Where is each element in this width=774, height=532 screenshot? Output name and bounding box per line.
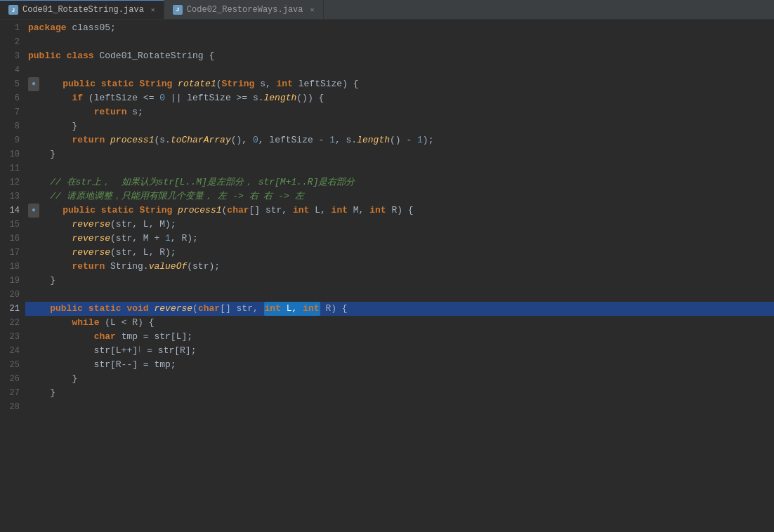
tab-icon-code01: J — [8, 5, 18, 15]
line-num-26: 26 — [6, 372, 20, 386]
line-num-7: 7 — [6, 105, 20, 119]
tab-code02[interactable]: J Code02_RestoreWays.java ✕ — [164, 0, 324, 19]
line-num-16: 16 — [6, 232, 20, 246]
selection-highlight-int-L: int L, int — [264, 302, 320, 316]
code-line-9: return process1(s.toCharArray(), 0, left… — [25, 133, 774, 147]
close-tab-code02[interactable]: ✕ — [310, 6, 315, 14]
line-num-4: 4 — [6, 63, 20, 77]
code-line-10: } — [25, 147, 774, 161]
code-line-5: ● public static String rotate1(String s,… — [25, 77, 774, 91]
code-line-7: return s; — [25, 105, 774, 119]
code-line-18: return String.valueOf(str); — [25, 260, 774, 274]
code-line-8: } — [25, 119, 774, 133]
code-line-1: package class05; — [25, 21, 774, 35]
line-num-20: 20 — [6, 288, 20, 302]
line-num-15: 15 — [6, 218, 20, 232]
line-num-12: 12 — [6, 175, 20, 189]
line-num-17: 17 — [6, 246, 20, 260]
line-num-1: 1 — [6, 21, 20, 35]
line-num-28: 28 — [6, 400, 20, 414]
line-num-18: 18 — [6, 260, 20, 274]
line-num-13: 13 — [6, 189, 20, 204]
code-line-24: str[L++]| = str[R]; — [25, 344, 774, 358]
editor-container: J Code01_RotateString.java ✕ J Code02_Re… — [0, 0, 774, 532]
tab-code01[interactable]: J Code01_RotateString.java ✕ — [0, 0, 164, 19]
line-num-27: 27 — [6, 386, 20, 400]
line-num-5: 5 — [6, 77, 20, 91]
code-line-13: // 请原地调整，只能用有限几个变量， 左 -> 右 右 -> 左 — [25, 189, 774, 204]
line-num-8: 8 — [6, 119, 20, 133]
code-line-26: } — [25, 372, 774, 386]
line-num-3: 3 — [6, 49, 20, 63]
line-num-25: 25 — [6, 358, 20, 372]
tab-label-code01: Code01_RotateString.java — [22, 5, 144, 15]
close-tab-code01[interactable]: ✕ — [151, 6, 155, 14]
code-line-12: // 在str上， 如果认为str[L..M]是左部分， str[M+1..R]… — [25, 175, 774, 189]
code-line-25: str[R--] = tmp; — [25, 358, 774, 372]
code-line-28 — [25, 400, 774, 414]
line-num-6: 6 — [6, 91, 20, 105]
line-num-22: 22 — [6, 316, 20, 330]
code-line-17: reverse(str, L, R); — [25, 246, 774, 260]
code-line-14: ● public static String process1(char[] s… — [25, 204, 774, 218]
code-line-16: reverse(str, M + 1, R); — [25, 232, 774, 246]
code-line-4 — [25, 63, 774, 77]
code-area: 1 2 3 4 5 6 7 8 9 10 11 12 13 14 15 16 1… — [0, 20, 774, 532]
tab-icon-code02: J — [173, 5, 183, 15]
line-numbers: 1 2 3 4 5 6 7 8 9 10 11 12 13 14 15 16 1… — [0, 20, 25, 532]
gutter-icon-5: ● — [28, 77, 39, 91]
code-line-27: } — [25, 386, 774, 400]
code-line-2 — [25, 35, 774, 49]
code-line-11 — [25, 161, 774, 175]
gutter-icon-14: ● — [28, 204, 39, 218]
code-line-22: while (L < R) { — [25, 316, 774, 330]
tab-bar: J Code01_RotateString.java ✕ J Code02_Re… — [0, 0, 774, 20]
line-num-19: 19 — [6, 274, 20, 288]
code-line-15: reverse(str, L, M); — [25, 218, 774, 232]
code-line-3: public class Code01_RotateString { — [25, 49, 774, 63]
line-num-24: 24 — [6, 344, 20, 358]
code-content[interactable]: package class05; public class Code01_Rot… — [25, 20, 774, 532]
tab-label-code02: Code02_RestoreWays.java — [187, 5, 303, 15]
line-num-10: 10 — [6, 147, 20, 161]
line-num-21: 21 — [6, 302, 20, 316]
kw-package: package — [28, 21, 67, 35]
code-line-6: if (leftSize <= 0 || leftSize >= s.lengt… — [25, 91, 774, 105]
line-num-2: 2 — [6, 35, 20, 49]
line-num-23: 23 — [6, 330, 20, 344]
code-line-19: } — [25, 274, 774, 288]
code-line-20 — [25, 288, 774, 302]
line-num-11: 11 — [6, 161, 20, 175]
line-num-14: 14 — [6, 204, 20, 218]
code-line-21: public static void reverse(char[] str, i… — [25, 302, 774, 316]
line-num-9: 9 — [6, 133, 20, 147]
